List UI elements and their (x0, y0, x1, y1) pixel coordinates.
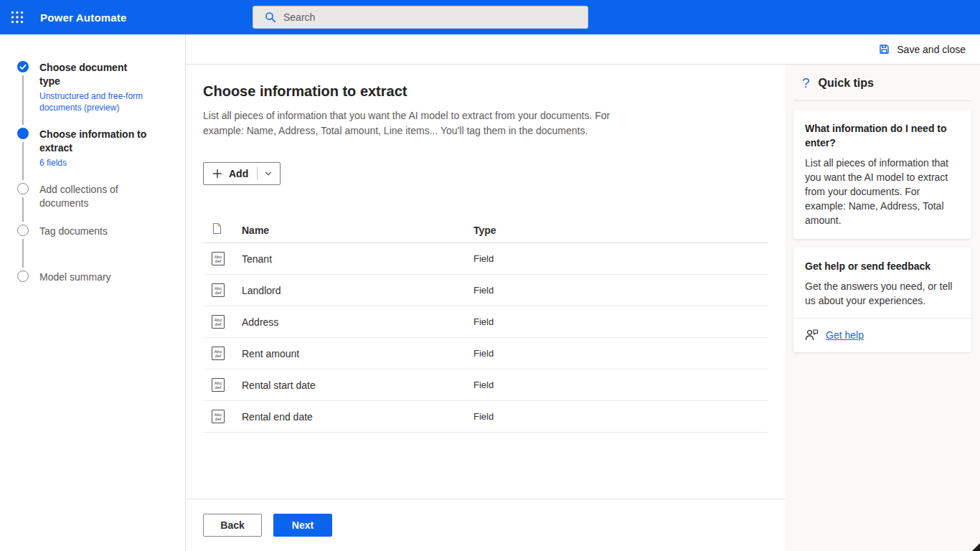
text-field-type-icon: Abcdef (212, 315, 225, 329)
step-rail (17, 61, 29, 128)
top-app-bar: Power Automate (0, 0, 980, 34)
search-icon (265, 11, 276, 23)
search-box[interactable] (253, 6, 588, 29)
waffle-icon (11, 11, 24, 24)
table-row-rental-end-date[interactable]: Abcdef Rental end date Field (203, 401, 768, 433)
help-question-icon: ? (802, 76, 810, 90)
save-and-close-label: Save and close (897, 44, 966, 55)
table-row-rent-amount[interactable]: Abcdef Rent amount Field (203, 338, 768, 369)
field-name[interactable]: Landlord (242, 285, 473, 296)
field-name[interactable]: Address (242, 316, 473, 328)
step-rail (17, 270, 29, 298)
field-name[interactable]: Rental start date (242, 380, 473, 391)
mouse-cursor (972, 543, 980, 551)
back-button[interactable]: Back (203, 514, 262, 537)
step-rail (17, 128, 29, 183)
fields-table: Name Type Abcdef Tenant Field Abcdef (203, 217, 768, 433)
wizard-footer: Back Next (186, 499, 785, 551)
field-type: Field (473, 348, 768, 359)
table-row-rental-start-date[interactable]: Abcdef Rental start date Field (203, 369, 768, 401)
divider (793, 100, 971, 101)
search-input[interactable] (283, 11, 556, 23)
quick-tips-header: ? Quick tips (793, 65, 971, 100)
field-type: Field (473, 411, 768, 422)
tip-card-get-help: Get help or send feedback Get the answer… (793, 248, 971, 352)
step-connector (22, 142, 24, 180)
step-connector (22, 197, 24, 222)
app-launcher-waffle-icon[interactable] (0, 0, 34, 34)
step-pending-dot-icon (17, 270, 29, 282)
step-sublink[interactable]: Unstructured and free-form documents (pr… (39, 90, 149, 113)
text-field-type-icon: Abcdef (212, 347, 225, 360)
save-icon (878, 43, 890, 55)
chevron-down-icon[interactable] (264, 169, 273, 178)
document-icon (212, 222, 222, 235)
step-label[interactable]: Tag documents (39, 225, 149, 238)
step-connector (22, 239, 24, 268)
step-complete-check-icon (17, 61, 29, 72)
add-field-split-button[interactable]: Add (203, 162, 281, 185)
next-button[interactable]: Next (273, 514, 332, 537)
tip-card-body: Get the answers you need, or tell us abo… (805, 279, 960, 308)
step-rail (17, 183, 29, 225)
table-row-landlord[interactable]: Abcdef Landlord Field (203, 275, 768, 306)
feedback-person-icon (805, 329, 819, 341)
tip-card-title: What information do I need to enter? (805, 121, 960, 150)
step-label[interactable]: Add collections of documents (39, 183, 149, 210)
field-name[interactable]: Rent amount (242, 348, 473, 359)
step-rail (17, 225, 29, 270)
field-type: Field (473, 253, 768, 264)
wizard-steps-sidebar: Choose document type Unstructured and fr… (0, 34, 186, 551)
save-and-close-button[interactable]: Save and close (872, 39, 971, 60)
tip-card-title: Get help or send feedback (805, 259, 960, 273)
plus-icon (212, 169, 222, 179)
main-panel: Choose information to extract List all p… (186, 65, 785, 551)
field-name[interactable]: Tenant (242, 253, 473, 265)
step-tag-documents[interactable]: Tag documents (0, 225, 185, 270)
quick-tips-title: Quick tips (819, 77, 874, 90)
column-header-type[interactable]: Type (473, 225, 768, 236)
text-field-type-icon: Abcdef (212, 283, 225, 297)
field-name[interactable]: Rental end date (242, 411, 473, 423)
step-choose-information[interactable]: Choose information to extract 6 fields (0, 128, 185, 183)
quick-tips-panel: ? Quick tips What information do I need … (785, 65, 980, 551)
command-bar: Save and close (186, 34, 980, 65)
text-field-type-icon: Abcdef (212, 252, 225, 265)
page-title: Choose information to extract (203, 83, 768, 100)
tip-card-information: What information do I need to enter? Lis… (793, 110, 971, 239)
field-type: Field (473, 380, 768, 390)
step-pending-dot-icon (17, 183, 29, 194)
tip-card-body: List all pieces of information that you … (805, 156, 960, 227)
field-type: Field (473, 285, 768, 296)
table-header-row: Name Type (203, 217, 768, 243)
step-label[interactable]: Choose information to extract (39, 128, 149, 155)
step-pending-dot-icon (17, 225, 29, 236)
step-label[interactable]: Choose document type (39, 61, 149, 88)
page-description: List all pieces of information that you … (203, 108, 623, 138)
add-button-label: Add (229, 168, 248, 179)
get-help-link[interactable]: Get help (826, 329, 864, 341)
table-row-tenant[interactable]: Abcdef Tenant Field (203, 243, 768, 275)
step-label[interactable]: Model summary (39, 270, 149, 284)
button-divider (257, 167, 258, 180)
field-type: Field (473, 316, 768, 327)
step-active-dot-icon (17, 128, 29, 139)
step-choose-document-type[interactable]: Choose document type Unstructured and fr… (0, 61, 185, 128)
table-row-address[interactable]: Abcdef Address Field (203, 306, 768, 338)
column-header-name[interactable]: Name (242, 225, 473, 236)
step-add-collections[interactable]: Add collections of documents (0, 183, 185, 225)
text-field-type-icon: Abcdef (212, 410, 225, 423)
app-title[interactable]: Power Automate (40, 11, 127, 24)
step-model-summary[interactable]: Model summary (0, 270, 185, 298)
step-sublink[interactable]: 6 fields (39, 157, 149, 169)
text-field-type-icon: Abcdef (212, 378, 225, 392)
step-connector (22, 75, 24, 125)
